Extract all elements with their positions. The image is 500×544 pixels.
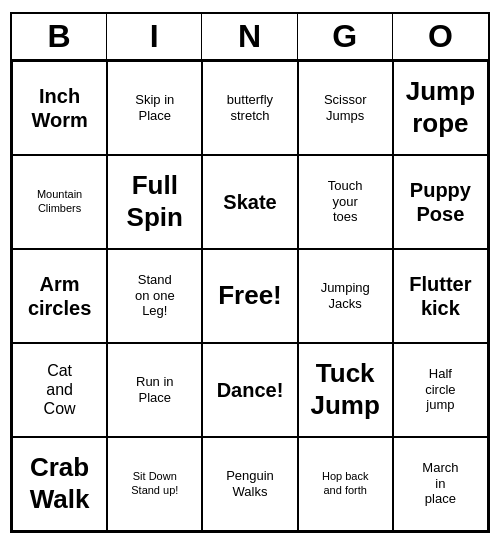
header-letter: B [12,14,107,59]
cell-text: Skip inPlace [135,92,174,123]
bingo-cell: Run inPlace [107,343,202,437]
bingo-cell: Halfcirclejump [393,343,488,437]
bingo-cell: Standon oneLeg! [107,249,202,343]
bingo-cell: Sit DownStand up! [107,437,202,531]
cell-text: MountainClimbers [37,188,82,214]
bingo-cell: ScissorJumps [298,61,393,155]
cell-text: PenguinWalks [226,468,274,499]
bingo-cell: Touchyourtoes [298,155,393,249]
cell-text: TuckJump [311,358,380,420]
cell-text: CatandCow [44,361,76,419]
cell-text: Dance! [217,378,284,402]
cell-text: Flutterkick [409,272,471,320]
cell-text: FullSpin [127,170,183,232]
cell-text: InchWorm [31,84,87,132]
bingo-cell: CrabWalk [12,437,107,531]
cell-text: Standon oneLeg! [135,272,175,319]
bingo-grid: InchWormSkip inPlacebutterflystretchScis… [12,61,488,531]
cell-text: ScissorJumps [324,92,367,123]
header-letter: N [202,14,297,59]
cell-text: JumpingJacks [321,280,370,311]
bingo-cell: CatandCow [12,343,107,437]
cell-text: butterflystretch [227,92,273,123]
bingo-cell: Free! [202,249,297,343]
bingo-cell: TuckJump [298,343,393,437]
bingo-cell: Hop backand forth [298,437,393,531]
bingo-cell: Jumprope [393,61,488,155]
bingo-header: BINGO [12,14,488,61]
cell-text: Free! [218,280,282,311]
bingo-cell: Dance! [202,343,297,437]
bingo-cell: Skate [202,155,297,249]
bingo-cell: Armcircles [12,249,107,343]
bingo-cell: JumpingJacks [298,249,393,343]
cell-text: Halfcirclejump [425,366,455,413]
cell-text: Hop backand forth [322,470,368,496]
bingo-cell: PuppyPose [393,155,488,249]
bingo-cell: InchWorm [12,61,107,155]
cell-text: Marchinplace [422,460,458,507]
bingo-cell: FullSpin [107,155,202,249]
header-letter: G [298,14,393,59]
cell-text: Touchyourtoes [328,178,363,225]
bingo-cell: PenguinWalks [202,437,297,531]
cell-text: Skate [223,190,276,214]
bingo-cell: Skip inPlace [107,61,202,155]
header-letter: I [107,14,202,59]
bingo-card: BINGO InchWormSkip inPlacebutterflystret… [10,12,490,533]
cell-text: Run inPlace [136,374,174,405]
cell-text: Sit DownStand up! [131,470,178,496]
cell-text: Jumprope [406,76,475,138]
bingo-cell: Marchinplace [393,437,488,531]
header-letter: O [393,14,488,59]
bingo-cell: Flutterkick [393,249,488,343]
cell-text: Armcircles [28,272,91,320]
cell-text: CrabWalk [30,452,90,514]
bingo-cell: butterflystretch [202,61,297,155]
cell-text: PuppyPose [410,178,471,226]
bingo-cell: MountainClimbers [12,155,107,249]
